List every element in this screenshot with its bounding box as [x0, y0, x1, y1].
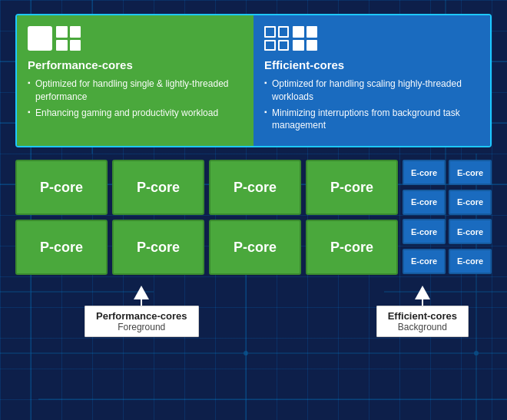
- p-core-cell-8: P-core: [306, 220, 398, 275]
- perf-arrow-label: Performance-cores Foreground: [84, 306, 199, 337]
- perf-grid-cell-1: [56, 26, 68, 38]
- e-core-cell-7: E-core: [403, 249, 446, 274]
- main-container: Performance-cores Optimized for handling…: [0, 0, 507, 420]
- perf-arrow-group: Performance-cores Foreground: [84, 286, 199, 337]
- perf-bullet-1: Optimized for handling single & lightly-…: [28, 78, 241, 104]
- perf-grid-cell-4: [70, 40, 81, 51]
- eff-outline-cell-1: [264, 26, 276, 38]
- eff-arrow-up: [415, 286, 430, 299]
- p-core-cell-4: P-core: [306, 160, 398, 215]
- p-cores-grid: P-core P-core P-core P-core P-core P-cor…: [15, 160, 398, 275]
- perf-title: Performance-cores: [28, 58, 241, 71]
- p-core-cell-6: P-core: [112, 220, 204, 275]
- eff-bullets: Optimized for handling scaling highly-th…: [264, 78, 478, 132]
- eff-arrow-title: Efficient-cores: [388, 310, 457, 322]
- efficient-cores-panel: Efficient-cores Optimized for handling s…: [254, 15, 490, 146]
- eff-title: Efficient-cores: [264, 58, 478, 71]
- eff-outline-cell-2: [278, 26, 290, 38]
- perf-grid-cell-2: [70, 26, 81, 38]
- eff-outline-cell-4: [278, 40, 290, 51]
- perf-grid-cell-3: [56, 40, 68, 51]
- core-grid-section: P-core P-core P-core P-core P-core P-cor…: [15, 160, 492, 275]
- eff-icon-grid: [293, 26, 317, 51]
- eff-outline-cell-3: [264, 40, 276, 51]
- e-core-cell-8: E-core: [449, 249, 492, 274]
- p-core-cell-3: P-core: [209, 160, 301, 215]
- perf-icon-square: [28, 26, 52, 51]
- p-core-cell-5: P-core: [15, 220, 108, 275]
- eff-grid-cell-1: [293, 26, 304, 38]
- eff-arrow-line: [422, 299, 423, 306]
- arrows-section: Performance-cores Foreground Efficient-c…: [15, 286, 492, 337]
- perf-bullets: Optimized for handling single & lightly-…: [28, 78, 241, 119]
- perf-arrow-sub: Foreground: [96, 322, 187, 332]
- e-core-cell-5: E-core: [403, 219, 446, 244]
- p-core-cell-1: P-core: [15, 160, 108, 215]
- eff-bullet-2: Minimizing interruptions from background…: [264, 107, 478, 133]
- eff-grid-cell-3: [293, 40, 304, 51]
- eff-arrow-label: Efficient-cores Background: [376, 306, 469, 337]
- performance-cores-panel: Performance-cores Optimized for handling…: [17, 15, 254, 146]
- efficient-icon-block: [264, 26, 478, 51]
- e-core-cell-6: E-core: [449, 219, 492, 244]
- p-core-cell-2: P-core: [112, 160, 204, 215]
- performance-icon-block: [28, 26, 241, 51]
- eff-bullet-1: Optimized for handling scaling highly-th…: [264, 78, 478, 104]
- eff-icon-outline: [264, 26, 289, 51]
- perf-arrow-up: [134, 286, 149, 299]
- perf-icon-grid: [56, 26, 81, 51]
- eff-arrow-group: Efficient-cores Background: [376, 286, 469, 337]
- e-core-cell-4: E-core: [449, 190, 492, 215]
- e-cores-grid: E-core E-core E-core E-core E-core E-cor…: [403, 160, 492, 275]
- eff-arrow-sub: Background: [388, 322, 457, 332]
- eff-grid-cell-4: [307, 40, 318, 51]
- perf-arrow-title: Performance-cores: [96, 310, 187, 322]
- e-core-cell-1: E-core: [403, 160, 446, 185]
- perf-bullet-2: Enhancing gaming and productivity worklo…: [28, 107, 241, 120]
- p-core-cell-7: P-core: [209, 220, 301, 275]
- eff-grid-cell-2: [307, 26, 318, 38]
- perf-arrow-line: [141, 299, 142, 306]
- top-panel: Performance-cores Optimized for handling…: [15, 14, 492, 147]
- e-core-cell-3: E-core: [403, 190, 446, 215]
- e-core-cell-2: E-core: [449, 160, 492, 185]
